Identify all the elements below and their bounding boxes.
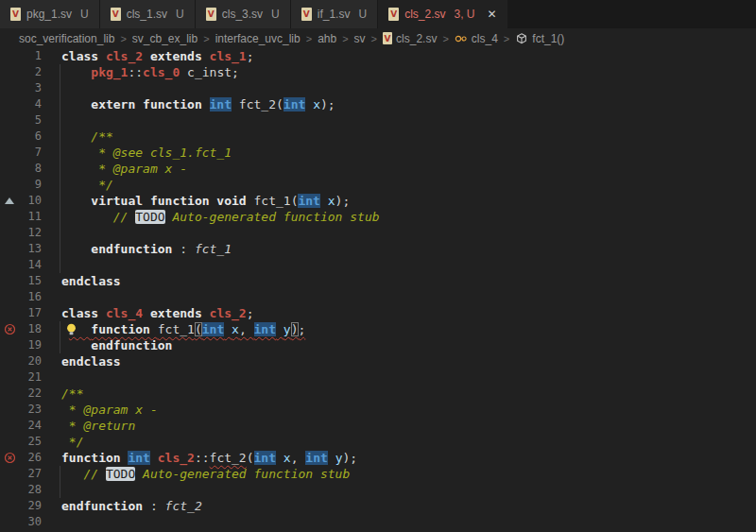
code-line[interactable]: 23 * @param x - <box>0 402 756 418</box>
code-line[interactable]: 13 endfunction : fct_1 <box>0 241 756 257</box>
indent-guide <box>60 112 60 129</box>
code-line[interactable]: 20endclass <box>0 353 756 369</box>
code-line[interactable]: 17class cls_4 extends cls_2; <box>0 305 756 321</box>
code-line[interactable]: 4 extern function int fct_2(int x); <box>0 96 756 112</box>
indent-guide <box>60 145 60 161</box>
tab-cls_3.sv[interactable]: Vcls_3.svU <box>196 0 290 28</box>
code-line-text[interactable]: * @param x - <box>61 402 756 418</box>
code-line-text[interactable]: class cls_2 extends cls_1; <box>61 48 756 64</box>
code-editor[interactable]: 1class cls_2 extends cls_1;2 pkg_1::cls_… <box>0 48 756 530</box>
code-line-text[interactable] <box>61 289 756 305</box>
sv-file-icon: V <box>301 8 312 21</box>
code-line-text[interactable] <box>61 482 756 498</box>
code-line-text[interactable]: // TODO Auto-generated function stub <box>61 466 756 482</box>
code-line-text[interactable]: */ <box>61 434 756 450</box>
code-line[interactable]: 25 */ <box>0 434 756 450</box>
gutter-icon-cell <box>0 64 19 80</box>
code-line-text[interactable]: */ <box>61 177 756 193</box>
gutter-icon-cell <box>0 96 19 112</box>
line-number: 10 <box>19 193 42 209</box>
breadcrumb-label: cls_2.sv <box>396 32 437 45</box>
sv-file-icon: V <box>10 8 21 21</box>
breadcrumb-item-cls_2sv[interactable]: Vcls_2.sv <box>383 32 437 45</box>
tab-if_1.sv[interactable]: Vif_1.svU <box>291 0 377 28</box>
code-line[interactable]: 2 pkg_1::cls_0 c_inst; <box>0 64 756 80</box>
gutter-icon-cell <box>0 177 19 193</box>
code-line[interactable]: 27 // TODO Auto-generated function stub <box>0 466 756 482</box>
breadcrumb-item-cls_4[interactable]: cls_4 <box>455 32 498 45</box>
line-number: 5 <box>19 112 42 129</box>
code-line[interactable]: 16 <box>0 289 756 305</box>
line-number: 25 <box>19 434 42 450</box>
gutter-spacer <box>42 177 61 193</box>
code-line-text[interactable]: extern function int fct_2(int x); <box>61 96 756 112</box>
code-line[interactable]: 9 */ <box>0 177 756 193</box>
gutter-spacer <box>42 257 61 273</box>
code-line-text[interactable]: function int cls_2::fct_2(int x, int y); <box>61 450 756 466</box>
code-line[interactable]: 1class cls_2 extends cls_1; <box>0 48 756 64</box>
breadcrumb-item-soc_verification_lib[interactable]: soc_verification_lib <box>19 32 114 45</box>
tab-pkg_1.sv[interactable]: Vpkg_1.svU <box>0 0 99 28</box>
code-line[interactable]: 22/** <box>0 386 756 402</box>
code-line[interactable]: 8 * @param x - <box>0 161 756 177</box>
code-line[interactable]: 29endfunction : fct_2 <box>0 498 756 514</box>
code-line-text[interactable]: endfunction <box>61 337 756 353</box>
tab-cls_1.sv[interactable]: Vcls_1.svU <box>100 0 195 28</box>
code-line-text[interactable]: endclass <box>61 353 756 369</box>
code-line-text[interactable] <box>61 80 756 96</box>
method-symbol-icon <box>515 32 528 45</box>
code-line[interactable]: 26function int cls_2::fct_2(int x, int y… <box>0 450 756 466</box>
code-line[interactable]: 3 <box>0 80 756 96</box>
breadcrumb-item-sv[interactable]: sv <box>354 32 366 45</box>
code-line-text[interactable]: endfunction : fct_1 <box>61 241 756 257</box>
code-line-text[interactable]: /** <box>61 386 756 402</box>
breadcrumb-label: interface_uvc_lib <box>215 32 301 45</box>
code-line-text[interactable] <box>61 225 756 241</box>
code-line-text[interactable]: class cls_4 extends cls_2; <box>61 305 756 321</box>
breadcrumb-item-ahb[interactable]: ahb <box>318 32 336 45</box>
code-line[interactable]: 24 * @return <box>0 418 756 434</box>
code-line[interactable]: 11 // TODO Auto-generated function stub <box>0 209 756 225</box>
code-line-text[interactable]: * @return <box>61 418 756 434</box>
tab-cls_2.sv[interactable]: Vcls_2.sv3, U✕ <box>378 0 507 28</box>
code-line-text[interactable]: * @see cls_1.fct_1 <box>61 145 756 161</box>
breadcrumb-separator-icon: > <box>306 33 312 44</box>
code-line-text[interactable] <box>61 257 756 273</box>
code-line[interactable]: 12 <box>0 225 756 241</box>
code-line-text[interactable]: virtual function void fct_1(int x); <box>61 193 756 209</box>
gutter-icon-cell <box>0 498 19 514</box>
code-line-text[interactable] <box>61 514 756 530</box>
code-line[interactable]: 15endclass <box>0 273 756 289</box>
code-line[interactable]: 18 function fct_1(int x, int y); <box>0 321 756 337</box>
tab-git-status: U <box>358 8 367 21</box>
code-line[interactable]: 5 <box>0 112 756 129</box>
gutter-spacer <box>42 48 61 64</box>
line-number: 12 <box>19 225 42 241</box>
code-line-text[interactable]: * @param x - <box>61 161 756 177</box>
code-line-text[interactable]: endfunction : fct_2 <box>61 498 756 514</box>
code-line-text[interactable]: endclass <box>61 273 756 289</box>
code-line-text[interactable] <box>61 369 756 386</box>
code-line-text[interactable]: function fct_1(int x, int y); <box>61 321 756 337</box>
breadcrumb-item-fct_1[interactable]: fct_1() <box>515 32 564 45</box>
line-number: 17 <box>19 305 42 321</box>
code-line[interactable]: 21 <box>0 369 756 386</box>
code-line[interactable]: 10 virtual function void fct_1(int x); <box>0 193 756 209</box>
code-line-text[interactable]: /** <box>61 129 756 145</box>
code-line[interactable]: 30 <box>0 514 756 530</box>
lightbulb-icon[interactable] <box>65 323 77 335</box>
gutter-spacer <box>42 498 61 514</box>
code-line[interactable]: 6 /** <box>0 129 756 145</box>
code-line[interactable]: 28 <box>0 482 756 498</box>
code-line-text[interactable]: pkg_1::cls_0 c_inst; <box>61 64 756 80</box>
close-icon[interactable]: ✕ <box>488 9 497 20</box>
tab-label: cls_2.sv <box>404 8 445 21</box>
code-line[interactable]: 14 <box>0 257 756 273</box>
code-line-text[interactable] <box>61 112 756 129</box>
breadcrumb-item-interface_uvc_lib[interactable]: interface_uvc_lib <box>215 32 301 45</box>
breadcrumb-item-sv_cb_ex_lib[interactable]: sv_cb_ex_lib <box>132 32 198 45</box>
code-line-text[interactable]: // TODO Auto-generated function stub <box>61 209 756 225</box>
code-line[interactable]: 7 * @see cls_1.fct_1 <box>0 145 756 161</box>
code-line[interactable]: 19 endfunction <box>0 337 756 353</box>
gutter-icon-cell <box>0 450 19 466</box>
